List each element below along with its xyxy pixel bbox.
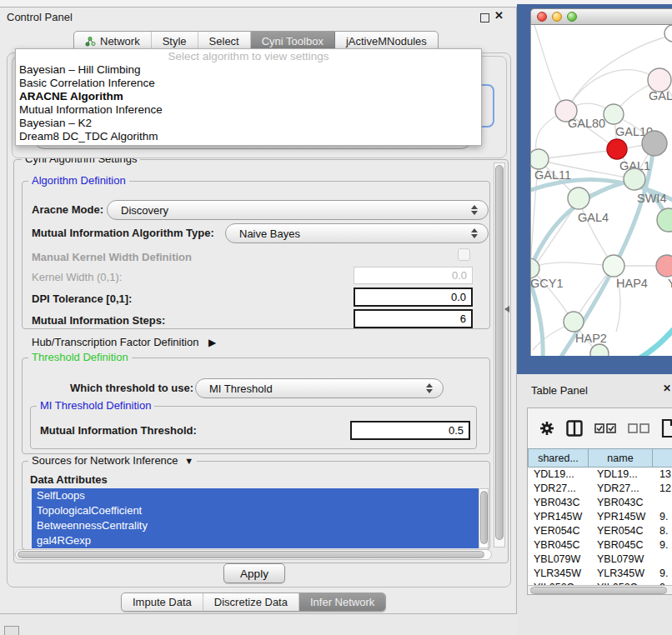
network-node-swi4[interactable] [624,168,645,190]
table-row[interactable]: YLR345WYLR345W9. [528,567,672,581]
table-cell: YDL19... [589,468,653,482]
settings-vscrollbar-thumb[interactable] [495,165,504,540]
data-attributes-list: SelfLoopsTopologicalCoefficientBetweenne… [32,488,479,548]
network-highlight-edge [626,330,672,356]
float-window-icon[interactable] [480,13,489,22]
network-node-gal1[interactable] [607,139,627,159]
minimize-traffic-light-icon[interactable] [552,12,562,22]
network-graph[interactable]: GALGAL80GAL10GAL1GAL11SWI4GAL4GCY1HAP4YH… [531,25,672,356]
algorithm-option-dream8-dc-tdc-algorithm[interactable]: Dream8 DC_TDC Algorithm [16,130,481,143]
node-table-container: shared...name YDL19...YDL19...13YDR27...… [527,408,672,595]
table-cell: YBL079W [589,552,653,567]
table-cell [653,496,672,510]
table-settings-gear-icon[interactable] [539,421,554,436]
table-cell: YPR145W [528,510,589,524]
dpi-tolerance-field[interactable]: 0.0 [354,288,473,307]
hub-definition-label: Hub/Transcription Factor Definition [32,336,198,348]
table-row[interactable]: YER054CYER054C8. [528,524,672,538]
network-node[interactable] [657,208,672,232]
table-header-row: shared...name [528,448,672,468]
column-header-3[interactable] [653,448,672,468]
table-cell: 9. [653,567,672,581]
hub-definition-section[interactable]: Hub/Transcription Factor Definition ▶ [32,336,216,348]
apply-button[interactable]: Apply [223,563,285,583]
table-cell: YLR345W [589,567,653,581]
show-columns-icon[interactable] [566,420,583,437]
close-traffic-light-icon[interactable] [537,12,547,22]
column-header-2[interactable]: name [589,448,653,468]
network-node[interactable] [664,25,672,42]
aracne-mode-combobox[interactable]: Discovery [107,200,489,220]
tab-discretize-data[interactable]: Discretize Data [203,593,299,611]
network-node[interactable] [642,131,667,156]
mi-steps-label: Mutual Information Steps: [32,314,165,327]
table-row[interactable]: YBL079WYBL079W [528,552,672,567]
table-hscrollbar-thumb[interactable] [530,587,667,594]
close-icon[interactable]: ✕ [494,9,504,22]
attributes-vscrollbar-thumb[interactable] [480,491,488,544]
network-window-titlebar[interactable] [530,8,672,25]
node-label-hap4: HAP4 [616,277,648,290]
attribute-item-selfloops[interactable]: SelfLoops [32,488,479,503]
minimized-panel-icon[interactable] [4,626,19,635]
attribute-item-gal4rgexp[interactable]: gal4RGexp [32,533,479,548]
unselect-all-checkboxes-icon[interactable] [628,423,649,433]
mi-threshold-field[interactable]: 0.5 [350,421,470,440]
settings-hscrollbar-thumb[interactable] [18,551,484,558]
network-view-canvas[interactable]: GALGAL80GAL10GAL1GAL11SWI4GAL4GCY1HAP4YH… [530,25,672,356]
which-threshold-value: MI Threshold [209,382,273,395]
sources-group-title[interactable]: Sources for Network Inference ▼ [28,455,197,467]
column-header-1[interactable]: shared... [528,448,589,468]
tab-style[interactable]: Style [152,32,198,50]
algorithm-option-aracne-algorithm[interactable]: ARACNE Algorithm [16,90,481,103]
tab-network[interactable]: Network [74,32,152,50]
algorithm-option-bayesian-k2[interactable]: Bayesian – K2 [16,117,481,130]
table-row[interactable]: YBR043CYBR043C [528,496,672,510]
tab-label: Style [163,35,187,48]
algorithm-option-basic-correlation-inference[interactable]: Basic Correlation Inference [16,77,481,90]
attribute-item-topologicalcoefficient[interactable]: TopologicalCoefficient [32,503,479,518]
table-cell: YER054C [528,524,589,538]
collapsed-arrow-icon[interactable]: ▶ [208,337,216,348]
which-threshold-combobox[interactable]: MI Threshold [195,378,444,398]
network-node-gal11[interactable] [531,149,549,169]
new-file-icon[interactable] [661,418,672,438]
splitter-collapse-icon[interactable] [504,306,509,312]
tab-cyni-toolbox[interactable]: Cyni Toolbox [251,32,335,50]
tab-label: Impute Data [133,596,192,608]
tab-jactivemnodules[interactable]: jActiveMNodules [335,32,438,50]
node-label-y: Y [668,277,672,290]
network-node-hap2[interactable] [564,312,584,332]
table-row[interactable]: YDR27...YDR27...12 [528,482,672,496]
mi-algorithm-type-combobox[interactable]: Naive Bayes [225,223,489,243]
expanded-arrow-icon[interactable]: ▼ [184,456,193,466]
algorithm-option-bayesian-hill-climbing[interactable]: Bayesian – Hill Climbing [16,63,481,77]
algorithm-option-mutual-information-inference[interactable]: Mutual Information Inference [16,103,481,117]
algorithm-dropdown-list: Select algorithm to view settings Bayesi… [15,48,482,146]
network-node-hap4[interactable] [603,255,624,277]
network-node-gal4[interactable] [568,188,589,209]
node-label-hap2: HAP2 [575,332,607,345]
network-node-y[interactable] [656,255,672,277]
tab-infer-network[interactable]: Infer Network [299,593,385,611]
select-all-checkboxes-icon[interactable] [594,423,616,433]
aracne-mode-value: Discovery [121,204,168,217]
mi-steps-field[interactable]: 6 [354,309,473,328]
network-node[interactable] [590,344,609,356]
kernel-width-field[interactable]: 0.0 [354,267,473,284]
table-row[interactable]: YDL19...YDL19...13 [528,468,672,482]
zoom-traffic-light-icon[interactable] [567,12,577,22]
table-cell: 8. [653,524,672,538]
table-panel-close-icon[interactable]: ✕ [663,382,671,394]
network-node-gal10[interactable] [604,104,624,124]
manual-kernel-width-checkbox[interactable] [458,248,470,261]
table-row[interactable]: YBR045CYBR045C9. [528,538,672,552]
table-row[interactable]: YPR145WYPR145W9. [528,510,672,524]
network-node-gal[interactable] [648,68,671,92]
algorithm-definition-title: Algorithm Definition [28,175,129,187]
attribute-item-betweennesscentrality[interactable]: BetweennessCentrality [32,518,479,533]
tab-select[interactable]: Select [198,32,251,50]
table-cell: YBR043C [589,496,653,510]
tab-impute-data[interactable]: Impute Data [122,593,203,611]
table-rows: YDL19...YDL19...13YDR27...YDR27...12YBR0… [528,468,672,585]
